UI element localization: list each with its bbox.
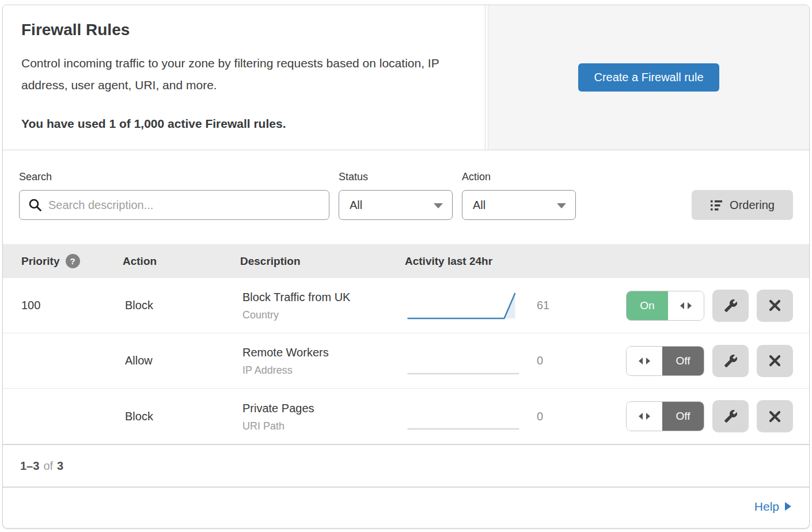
activity-sparkline — [405, 344, 523, 378]
rule-match-type: IP Address — [242, 364, 405, 377]
header-text-panel: Firewall Rules Control incoming traffic … — [3, 5, 485, 150]
toggle-state-label: Off — [662, 402, 704, 431]
table-row: Block Private Pages URI Path 0 Off — [3, 389, 809, 444]
question-mark-icon[interactable]: ? — [66, 254, 80, 268]
help-link[interactable]: Help — [754, 500, 792, 514]
rule-description-cell: Private Pages URI Path — [240, 401, 405, 432]
table-row: Allow Remote Workers IP Address 0 Off — [3, 333, 809, 389]
rule-description: Remote Workers — [242, 345, 405, 360]
rule-action: Allow — [123, 354, 240, 367]
rule-enable-toggle[interactable]: On — [626, 291, 704, 321]
search-group: Search — [19, 171, 329, 220]
pagination-total: 3 — [57, 459, 63, 473]
pagination-bar: 1–3 of 3 — [3, 444, 809, 487]
ordering-button-label: Ordering — [730, 199, 775, 212]
help-bar: Help — [3, 487, 809, 525]
wrench-icon — [724, 354, 738, 368]
column-priority: Priority ? — [19, 254, 123, 268]
column-action: Action — [123, 255, 240, 268]
rule-description: Block Traffic from UK — [242, 290, 405, 305]
horizontal-arrows-icon[interactable] — [627, 347, 662, 375]
column-activity: Activity last 24hr — [405, 255, 589, 268]
toggle-state-label: On — [627, 291, 668, 320]
delete-rule-button[interactable] — [757, 345, 793, 377]
help-link-label: Help — [754, 500, 779, 514]
horizontal-arrows-icon[interactable] — [627, 402, 662, 431]
action-filter-group: Action All — [462, 171, 576, 220]
rule-priority: 100 — [19, 299, 123, 312]
wrench-icon — [724, 409, 738, 423]
filters-bar: Search Status All Action All — [3, 150, 809, 244]
wrench-icon — [724, 299, 738, 313]
action-label: Action — [462, 171, 576, 183]
edit-rule-button[interactable] — [712, 400, 749, 432]
usage-summary: You have used 1 of 1,000 active Firewall… — [21, 117, 466, 131]
status-label: Status — [339, 171, 453, 183]
rule-controls: Off — [589, 345, 793, 377]
chevron-down-icon — [434, 203, 443, 208]
x-icon — [768, 354, 781, 367]
page-description: Control incoming traffic to your zone by… — [21, 52, 465, 96]
status-select[interactable]: All — [339, 190, 453, 220]
activity-sparkline — [405, 399, 523, 434]
rule-action: Block — [123, 410, 240, 423]
rule-description-cell: Block Traffic from UK Country — [240, 290, 405, 321]
search-icon — [28, 198, 42, 214]
delete-rule-button[interactable] — [757, 290, 793, 322]
action-select[interactable]: All — [462, 190, 576, 220]
horizontal-arrows-icon[interactable] — [668, 291, 704, 320]
edit-rule-button[interactable] — [712, 290, 749, 322]
table-row: 100 Block Block Traffic from UK Country … — [3, 278, 809, 333]
header-action-panel: Create a Firewall rule — [488, 5, 809, 150]
x-icon — [768, 410, 781, 423]
rule-description-cell: Remote Workers IP Address — [240, 345, 405, 377]
arrow-right-icon — [784, 501, 792, 511]
rule-controls: On — [589, 290, 793, 322]
list-icon — [710, 199, 723, 211]
activity-count: 61 — [523, 299, 589, 312]
activity-count: 0 — [523, 354, 589, 367]
rule-match-type: URI Path — [242, 420, 405, 432]
activity-count: 0 — [523, 410, 589, 423]
delete-rule-button[interactable] — [757, 400, 793, 432]
rule-enable-toggle[interactable]: Off — [626, 401, 704, 431]
create-firewall-rule-button[interactable]: Create a Firewall rule — [578, 63, 719, 92]
pagination-of-text: of — [43, 459, 53, 473]
rule-controls: Off — [589, 400, 793, 432]
status-filter-group: Status All — [339, 171, 453, 220]
firewall-rules-card: Firewall Rules Control incoming traffic … — [2, 5, 810, 529]
column-description: Description — [240, 255, 405, 268]
chevron-down-icon — [557, 203, 566, 208]
rule-description: Private Pages — [242, 401, 405, 416]
page-title: Firewall Rules — [21, 20, 466, 40]
table-body: 100 Block Block Traffic from UK Country … — [3, 278, 809, 444]
column-priority-label: Priority — [21, 255, 60, 268]
rule-match-type: Country — [242, 309, 405, 321]
pagination-range: 1–3 — [20, 459, 39, 473]
activity-sparkline — [405, 288, 523, 323]
rule-enable-toggle[interactable]: Off — [626, 346, 704, 376]
edit-rule-button[interactable] — [712, 345, 749, 377]
table-header: Priority ? Action Description Activity l… — [3, 244, 809, 278]
page-header: Firewall Rules Control incoming traffic … — [3, 5, 809, 150]
status-select-value: All — [350, 199, 362, 212]
action-select-value: All — [473, 199, 485, 212]
rule-action: Block — [123, 299, 240, 312]
ordering-button[interactable]: Ordering — [692, 190, 793, 220]
search-input[interactable] — [19, 190, 329, 220]
x-icon — [768, 299, 781, 312]
search-box — [19, 190, 329, 220]
toggle-state-label: Off — [662, 347, 704, 375]
search-label: Search — [19, 171, 329, 183]
